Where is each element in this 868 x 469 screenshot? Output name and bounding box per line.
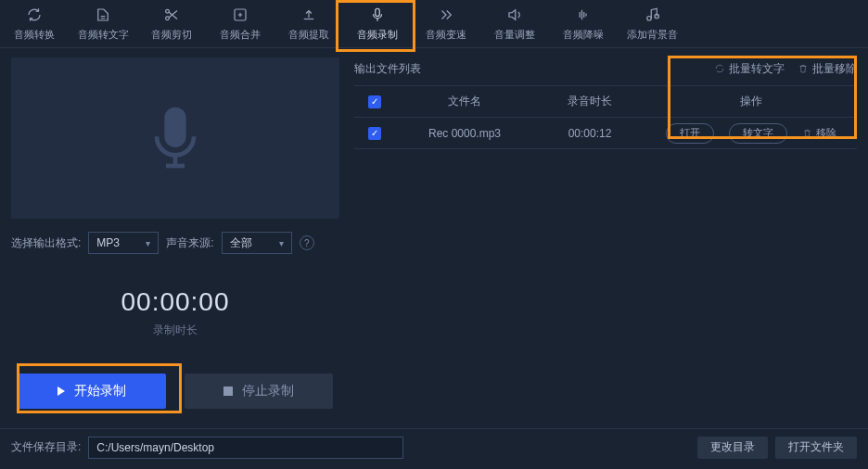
refresh-icon [25,6,44,24]
to-text-button[interactable]: 转文字 [729,123,787,144]
wave-icon [574,6,593,24]
tab-add-bgm[interactable]: 添加背景音 [618,0,686,47]
col-header-name: 文件名 [395,94,534,109]
scissors-icon [162,6,181,24]
tab-label: 添加背景音 [627,28,678,42]
chevron-down-icon: ▾ [279,238,284,248]
stop-record-button[interactable]: 停止录制 [185,374,333,409]
trash-icon [802,128,812,138]
action-label: 批量转文字 [729,61,785,77]
play-icon [57,387,65,396]
tab-label: 音频转换 [14,28,55,42]
row-checkbox[interactable] [368,127,381,140]
tab-label: 音量调整 [494,28,535,42]
tab-label: 音频剪切 [151,28,192,42]
output-list-title: 输出文件列表 [354,61,421,77]
record-timer: 00:00:00 录制时长 [11,287,339,338]
output-format-select[interactable]: MP3 ▾ [88,232,159,254]
col-header-duration: 录音时长 [534,94,645,109]
music-note-icon [643,6,661,24]
timer-label: 录制时长 [11,323,339,338]
tab-audio-to-text[interactable]: 音频转文字 [69,0,137,47]
volume-icon [505,6,524,24]
tab-label: 音频转文字 [78,28,129,42]
microphone-icon [368,6,387,24]
top-toolbar: 音频转换 音频转文字 音频剪切 音频合并 音频提取 音频录制 音频变速 音量调整… [0,0,868,48]
remove-label: 移除 [816,126,836,140]
speech-text-icon [94,6,112,24]
upload-icon [300,6,318,24]
col-header-ops: 操作 [645,94,857,109]
batch-remove-button[interactable]: 批量移除 [798,61,857,77]
record-options-row: 选择输出格式: MP3 ▾ 声音来源: 全部 ▾ ? [11,232,339,254]
tab-label: 音频变速 [426,28,466,42]
record-panel: 选择输出格式: MP3 ▾ 声音来源: 全部 ▾ ? 00:00:00 录制时长… [0,48,351,428]
trash-icon [798,63,809,74]
microphone-large-icon [138,101,212,175]
timer-value: 00:00:00 [11,287,339,317]
tab-audio-speed[interactable]: 音频变速 [412,0,480,47]
tab-label: 音频提取 [288,28,329,42]
help-icon[interactable]: ? [300,235,314,250]
row-duration: 00:00:12 [534,127,645,140]
speed-icon [437,6,455,24]
tab-volume-adjust[interactable]: 音量调整 [480,0,549,47]
convert-icon [714,63,725,74]
main-area: 选择输出格式: MP3 ▾ 声音来源: 全部 ▾ ? 00:00:00 录制时长… [0,48,868,428]
action-label: 批量移除 [812,61,857,77]
tab-audio-cut[interactable]: 音频剪切 [137,0,206,47]
remove-row-button[interactable]: 移除 [802,126,836,140]
start-record-button[interactable]: 开始录制 [18,374,166,409]
tab-audio-merge[interactable]: 音频合并 [206,0,274,47]
audio-source-select[interactable]: 全部 ▾ [222,232,292,254]
row-filename: Rec 0000.mp3 [395,127,534,140]
open-folder-button[interactable]: 打开文件夹 [775,437,857,459]
stop-icon [223,387,233,396]
svg-rect-3 [376,8,380,16]
audio-source-label: 声音来源: [166,235,213,251]
tab-audio-convert[interactable]: 音频转换 [0,0,69,47]
record-buttons: 开始录制 停止录制 [11,374,339,409]
tab-audio-record[interactable]: 音频录制 [343,0,412,47]
open-file-button[interactable]: 打开 [666,123,714,144]
save-path-input[interactable] [88,437,403,459]
change-dir-button[interactable]: 更改目录 [697,437,768,459]
tab-noise-reduce[interactable]: 音频降噪 [549,0,618,47]
chevron-down-icon: ▾ [146,238,150,248]
table-header-row: 文件名 录音时长 操作 [354,86,857,118]
tab-label: 音频录制 [357,28,398,42]
tab-label: 音频降噪 [563,28,604,42]
select-all-checkbox[interactable] [368,95,381,108]
footer-bar: 文件保存目录: 更改目录 打开文件夹 [0,428,868,465]
microphone-visual [11,57,339,219]
save-path-label: 文件保存目录: [11,439,81,455]
output-table: 文件名 录音时长 操作 Rec 0000.mp3 00:00:12 打开 转文字… [354,85,857,149]
batch-to-text-button[interactable]: 批量转文字 [714,61,785,77]
tab-label: 音频合并 [220,28,261,42]
output-format-label: 选择输出格式: [11,235,81,251]
list-header-bar: 输出文件列表 批量转文字 批量移除 [354,57,857,80]
output-list-panel: 输出文件列表 批量转文字 批量移除 文件名 录音时长 操作 [351,48,868,428]
table-row: Rec 0000.mp3 00:00:12 打开 转文字 移除 [354,118,857,149]
button-label: 停止录制 [242,383,294,399]
button-label: 开始录制 [74,383,126,399]
svg-point-4 [647,17,652,21]
select-value: 全部 [230,235,252,251]
tab-audio-extract[interactable]: 音频提取 [274,0,343,47]
select-value: MP3 [96,236,120,249]
merge-icon [231,6,249,24]
